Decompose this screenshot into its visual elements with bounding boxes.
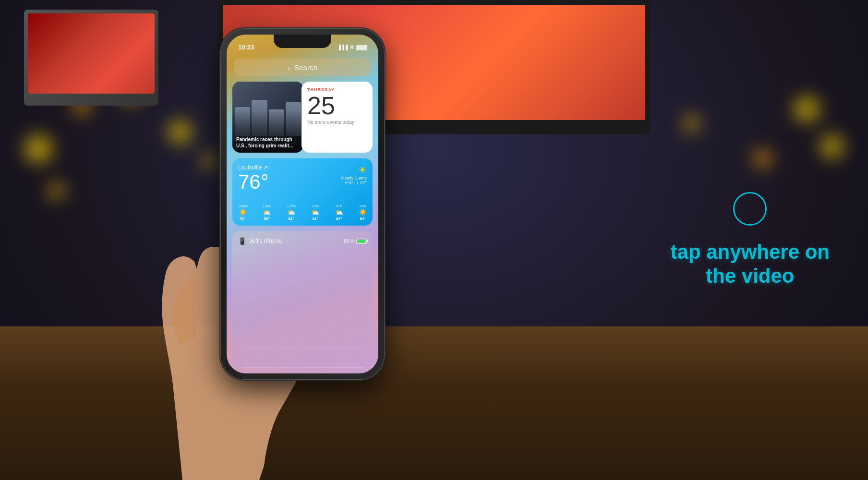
bokeh-dot	[794, 96, 820, 122]
wifi-icon: ⌘	[350, 45, 354, 50]
weather-hour-2: 11AM ⛅ 80°	[263, 204, 271, 221]
separator-line-1	[240, 367, 365, 368]
battery-percentage-display: 85%	[344, 238, 367, 244]
battery-bar	[356, 239, 367, 244]
bokeh-dot	[168, 120, 192, 144]
calendar-widget[interactable]: THURSDAY 25 No more events today	[301, 82, 373, 153]
weather-hour-5: 2PM ⛅ 84°	[335, 204, 343, 221]
battery-header: 📱 Jeff's iPhone 85%	[238, 237, 367, 245]
news-widget[interactable]: Pandemic races through U.S., forcing gri…	[232, 82, 303, 153]
phone-wrapper[interactable]: 10:23 ▐▐▐ ⌘ ▓▓▓ ⌕ Search	[221, 29, 384, 379]
weather-right-panel: ☀ Mostly Sunny H:82° L:62°	[341, 164, 367, 185]
bokeh-dot	[820, 134, 844, 158]
status-icons: ▐▐▐ ⌘ ▓▓▓	[338, 45, 367, 50]
phone-frame: 10:23 ▐▐▐ ⌘ ▓▓▓ ⌕ Search	[221, 29, 384, 379]
signal-icon: ▐▐▐	[338, 45, 348, 50]
battery-device-name: Jeff's iPhone	[249, 238, 282, 244]
battery-widget[interactable]: 📱 Jeff's iPhone 85%	[232, 231, 373, 368]
battery-device-info: 📱 Jeff's iPhone	[238, 237, 282, 245]
bokeh-dot	[24, 134, 53, 163]
search-icon: ⌕	[288, 64, 291, 71]
weather-widget[interactable]: Louisville ⇗ 76° ☀ Mostly Sunny H:82° L:…	[232, 158, 373, 226]
weather-hour-6: 3PM ☀️ 84°	[359, 204, 367, 221]
search-bar[interactable]: ⌕ Search	[234, 59, 371, 76]
search-label: Search	[294, 63, 317, 72]
bokeh-dot	[753, 149, 772, 168]
phone-screen[interactable]: 10:23 ▐▐▐ ⌘ ▓▓▓ ⌕ Search	[227, 35, 378, 373]
location-icon: ⇗	[263, 164, 268, 171]
bokeh-dot	[683, 115, 700, 132]
widgets-area: Pandemic races through U.S., forcing gri…	[232, 82, 373, 368]
weather-hour-4: 1PM ⛅ 82°	[311, 204, 319, 221]
phone-notch	[274, 35, 331, 48]
battery-fill	[357, 240, 365, 243]
separator-line-2	[240, 348, 365, 348]
weather-hour-3: 12PM ⛅ 82°	[287, 204, 295, 221]
weather-high-low: H:82° L:62°	[341, 180, 367, 185]
tap-circle-icon	[733, 192, 767, 226]
calendar-no-events: No more events today	[307, 119, 367, 125]
device-phone-icon: 📱	[238, 237, 246, 245]
bokeh-dot	[48, 182, 65, 199]
weather-sun-icon: ☀	[341, 164, 367, 176]
weather-condition: Mostly Sunny	[341, 176, 367, 180]
tap-anywhere-text: tap anywhere on the video	[671, 240, 830, 288]
news-headline: Pandemic races through U.S., forcing gri…	[236, 136, 300, 149]
status-time: 10:23	[238, 44, 254, 51]
battery-status-icon: ▓▓▓	[356, 45, 367, 50]
background-left-screen-inner	[28, 13, 155, 94]
overlay-tap-prompt[interactable]: tap anywhere on the video	[671, 192, 830, 288]
calendar-date: 25	[307, 93, 367, 118]
background-left-screen	[24, 10, 158, 106]
weather-hour-1: 10AM ☀️ 76°	[238, 204, 247, 221]
weather-hourly: 10AM ☀️ 76° 11AM ⛅ 80° 12PM ⛅ 82°	[238, 204, 367, 221]
